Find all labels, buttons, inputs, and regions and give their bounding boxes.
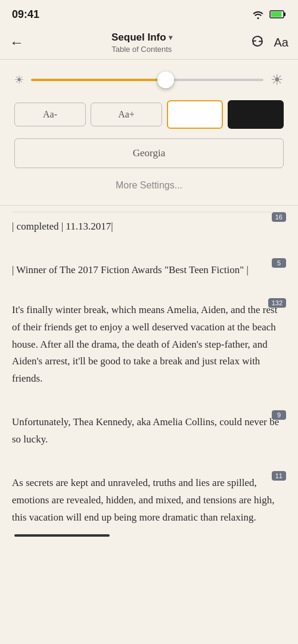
- nav-title: Sequel Info ▾: [111, 32, 172, 44]
- nav-center: Sequel Info ▾ Table of Contents: [111, 32, 172, 54]
- font-selector[interactable]: Georgia: [14, 138, 284, 168]
- status-icons: [252, 10, 286, 19]
- svg-rect-2: [271, 12, 282, 17]
- reading-progress-bar: [14, 534, 110, 537]
- nav-dropdown-arrow[interactable]: ▾: [169, 33, 172, 42]
- brightness-max-icon: ☀: [271, 72, 284, 88]
- completed-text: | completed | 11.13.2017|: [12, 218, 113, 236]
- nav-title-text: Sequel Info: [111, 32, 166, 44]
- brightness-slider[interactable]: [31, 79, 263, 81]
- font-decrease-button[interactable]: Aa-: [14, 103, 86, 126]
- completed-block: | completed | 11.13.2017| 16: [12, 212, 286, 242]
- winner-block: | Winner of The 2017 Fiction Awards "Bes…: [12, 256, 286, 281]
- font-settings-icon[interactable]: Aa: [274, 36, 288, 49]
- slider-thumb[interactable]: [157, 72, 174, 88]
- svg-rect-1: [284, 13, 285, 16]
- status-bar: 09:41: [0, 0, 298, 26]
- paragraph3-block: As secrets are kept and unraveled, truth…: [12, 469, 286, 550]
- font-increase-button[interactable]: Aa+: [91, 103, 162, 126]
- completed-badge[interactable]: 16: [272, 212, 286, 222]
- nav-subtitle: Table of Contents: [111, 45, 172, 54]
- winner-text: | Winner of The 2017 Fiction Awards "Bes…: [12, 264, 249, 275]
- theme-black-button[interactable]: [228, 100, 284, 129]
- nav-right-icons: Aa: [250, 34, 288, 51]
- sync-icon[interactable]: [250, 34, 265, 51]
- description-text: It's finally winter break, which means A…: [12, 304, 277, 385]
- description-badge[interactable]: 132: [268, 298, 286, 308]
- paragraph3-text: As secrets are kept and unraveled, truth…: [12, 477, 274, 540]
- settings-panel: ☀ ☀ Aa- Aa+ Georgia More Settings...: [0, 60, 298, 206]
- more-settings-button[interactable]: More Settings...: [14, 178, 284, 193]
- wifi-icon: [252, 10, 265, 19]
- paragraph2-text: Unfortunately, Thea Kennedy, aka Amelia …: [12, 416, 279, 445]
- battery-icon: [269, 10, 286, 19]
- paragraph3-badge[interactable]: 11: [272, 471, 286, 481]
- brightness-min-icon: ☀: [14, 73, 24, 86]
- theme-white-button[interactable]: [167, 100, 223, 129]
- back-button[interactable]: ←: [10, 35, 33, 51]
- paragraph2-badge[interactable]: 9: [272, 410, 286, 420]
- paragraph2-block: Unfortunately, Thea Kennedy, aka Amelia …: [12, 408, 286, 454]
- winner-badge[interactable]: 5: [272, 258, 286, 268]
- font-size-row: Aa- Aa+: [14, 100, 284, 129]
- status-time: 09:41: [12, 8, 39, 21]
- brightness-row: ☀ ☀: [14, 72, 284, 88]
- reading-content: | completed | 11.13.2017| 16 | Winner of…: [0, 206, 298, 588]
- description-block: It's finally winter break, which means A…: [12, 296, 286, 394]
- nav-bar: ← Sequel Info ▾ Table of Contents Aa: [0, 26, 298, 60]
